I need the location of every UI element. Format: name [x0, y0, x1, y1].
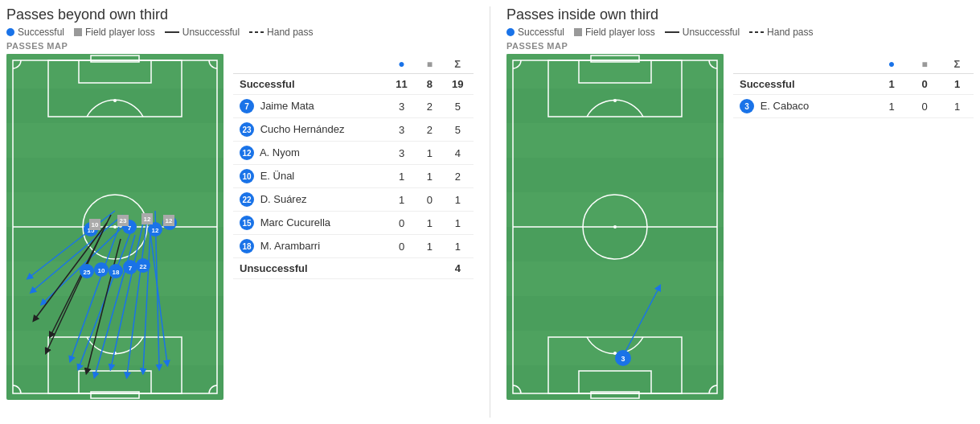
left-legend: Successful Field player loss Unsuccessfu… — [6, 27, 474, 38]
col-sum-header: Σ — [441, 54, 474, 74]
r-legend-successful-label: Successful — [518, 27, 564, 38]
player-num-3: 3 — [740, 99, 754, 113]
p2-v3: 5 — [441, 118, 474, 142]
r-col-gray-header: ■ — [908, 54, 941, 74]
row-successful: Successful 11 8 19 — [233, 74, 474, 95]
unsuccessful-label: Unsuccessful — [233, 258, 441, 279]
right-stats-table: ● ■ Σ Successful 1 0 1 3 — [733, 54, 974, 418]
player-name: A. Nyom — [260, 146, 300, 158]
r-successful-v3: 1 — [941, 74, 974, 95]
left-content: 25 10 18 7 22 15 7 12 12 — [6, 54, 474, 418]
r-successful-label: Successful — [733, 74, 875, 95]
right-title: Passes inside own third — [506, 6, 974, 23]
player-cucurella: 15 Marc Cucurella — [233, 212, 386, 235]
svg-point-9 — [113, 225, 117, 228]
p3-v3: 4 — [441, 142, 474, 165]
player-name: E. Ünal — [260, 170, 295, 182]
legend-successful: Successful — [6, 27, 64, 38]
left-title: Passes beyond own third — [6, 6, 474, 23]
unsuccessful-val: 4 — [441, 258, 474, 279]
p3-v1: 3 — [386, 142, 418, 165]
svg-text:3: 3 — [621, 355, 625, 363]
r-square-icon — [574, 28, 582, 36]
svg-text:10: 10 — [98, 267, 105, 274]
player-num-7: 7 — [240, 99, 254, 113]
player-num-10: 10 — [240, 169, 254, 183]
svg-point-68 — [613, 225, 617, 228]
r-successful-v1: 1 — [875, 74, 908, 95]
dot-icon — [6, 28, 14, 36]
p5-v1: 1 — [386, 188, 418, 212]
player-num-12: 12 — [240, 146, 254, 160]
player-name: Cucho Hernández — [260, 123, 345, 135]
p2-v1: 3 — [386, 118, 418, 142]
player-num-23: 23 — [240, 122, 254, 137]
svg-text:10: 10 — [92, 221, 99, 228]
row-nyom: 12 A. Nyom 3 1 4 — [233, 142, 474, 165]
player-cabaco: 3 E. Cabaco — [733, 95, 875, 118]
r-row-successful: Successful 1 0 1 — [733, 74, 974, 95]
p1-v3: 5 — [441, 95, 474, 118]
svg-text:12: 12 — [152, 227, 159, 234]
p1-v2: 2 — [417, 95, 441, 118]
player-arambarri: 18 M. Arambarri — [233, 235, 386, 258]
player-num-15: 15 — [240, 216, 254, 230]
p7-v1: 0 — [386, 235, 418, 258]
player-unal: 10 E. Ünal — [233, 165, 386, 188]
successful-label: Successful — [233, 74, 386, 95]
player-name: Jaime Mata — [260, 100, 314, 112]
left-stats-table: ● ■ Σ Successful 11 8 19 7 — [233, 54, 474, 418]
p4-v1: 1 — [386, 165, 418, 188]
svg-rect-64 — [506, 331, 724, 365]
row-arambarri: 18 M. Arambarri 0 1 1 — [233, 235, 474, 258]
player-nyom: 12 A. Nyom — [233, 142, 386, 165]
player-cucho: 23 Cucho Hernández — [233, 118, 386, 142]
player-num-22: 22 — [240, 192, 254, 207]
right-content: 3 ● ■ Σ — [506, 54, 974, 418]
legend-field-player-label: Field player loss — [85, 27, 155, 38]
right-section: Passes inside own third Successful Field… — [506, 6, 974, 418]
left-pitch: 25 10 18 7 22 15 7 12 12 — [6, 54, 223, 400]
right-legend: Successful Field player loss Unsuccessfu… — [506, 27, 974, 38]
p3-v2: 1 — [417, 142, 441, 165]
svg-text:22: 22 — [140, 263, 147, 270]
svg-text:12: 12 — [144, 216, 151, 223]
player-jaime-mata: 7 Jaime Mata — [233, 95, 386, 118]
legend-hand-pass-label: Hand pass — [267, 27, 313, 38]
r-line-icon — [665, 31, 679, 33]
p6-v1: 0 — [386, 212, 418, 235]
p6-v3: 1 — [441, 212, 474, 235]
p5-v3: 1 — [441, 188, 474, 212]
player-name: Marc Cucurella — [260, 216, 330, 228]
p4-v2: 1 — [417, 165, 441, 188]
dash-icon — [249, 31, 264, 33]
r-row-cabaco: 3 E. Cabaco 1 0 1 — [733, 95, 974, 118]
svg-text:7: 7 — [129, 265, 133, 272]
p1-v1: 3 — [386, 95, 418, 118]
r-legend-successful: Successful — [506, 27, 564, 38]
r-legend-field-player-label: Field player loss — [585, 27, 655, 38]
svg-text:18: 18 — [113, 269, 120, 276]
line-icon — [165, 31, 179, 33]
p7-v3: 1 — [441, 235, 474, 258]
rc1-v1: 1 — [875, 95, 908, 118]
square-icon — [74, 28, 82, 36]
right-map-label: PASSES MAP — [506, 41, 974, 51]
r-legend-hand-pass: Hand pass — [749, 27, 813, 38]
r-col-name-header — [733, 54, 875, 74]
player-name: E. Cabaco — [761, 100, 810, 112]
svg-text:25: 25 — [84, 269, 91, 276]
row-suarez: 22 D. Suárez 1 0 1 — [233, 188, 474, 212]
r-legend-unsuccessful-label: Unsuccessful — [683, 27, 740, 38]
right-pitch: 3 — [506, 54, 724, 400]
successful-v3: 19 — [441, 74, 474, 95]
p6-v2: 1 — [417, 212, 441, 235]
rc1-v2: 0 — [908, 95, 941, 118]
legend-successful-label: Successful — [18, 27, 64, 38]
r-legend-hand-pass-label: Hand pass — [767, 27, 813, 38]
row-unsuccessful: Unsuccessful 4 — [233, 258, 474, 279]
col-name-header — [233, 54, 386, 74]
r-col-blue-header: ● — [875, 54, 908, 74]
r-legend-unsuccessful: Unsuccessful — [665, 27, 740, 38]
row-cucho: 23 Cucho Hernández 3 2 5 — [233, 118, 474, 142]
